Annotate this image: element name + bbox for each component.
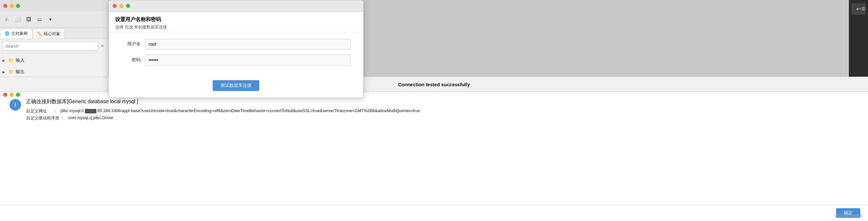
blurred-ip (85, 109, 96, 113)
toolbar-icon-1[interactable]: ⎌ (3, 15, 11, 24)
info-icon: i (9, 99, 21, 111)
tab-core-obj-label: 核心对象 (44, 31, 60, 37)
minimize-button[interactable] (9, 4, 14, 8)
toolbar-icon-3[interactable]: 🖼 (24, 15, 33, 24)
toolbar-icon-4[interactable]: 🗂 (35, 15, 44, 24)
tab-core-obj[interactable]: ✏️ 核心对象 (33, 28, 65, 39)
success-max-btn[interactable] (16, 92, 20, 97)
tab-main-tree-icon: 🌐 (5, 31, 9, 36)
success-footer: 确定 (0, 205, 868, 221)
left-toolbar: ⎌ ⬜ 🖼 🗂 ▾ (0, 11, 108, 27)
success-title: Connection tested successfully (398, 82, 470, 87)
dialog-subtitle: 选择 完成 来创建数据库连接 (115, 24, 357, 30)
jdbc-url-value: jdbc:mysql:// .65.186:3306/appt-base?use… (61, 108, 859, 113)
folder-icon-output: 📁 (8, 69, 14, 75)
success-body: i 正确连接到数据库[Generic database local mysql … (0, 92, 868, 205)
tree-item-input[interactable]: ▶ 📁 输入 (0, 55, 108, 66)
close-button[interactable] (3, 4, 7, 8)
success-close-btn[interactable] (3, 92, 7, 97)
tree-item-output[interactable]: ▶ 📁 输出 (0, 66, 108, 78)
search-input[interactable] (3, 42, 98, 51)
driver-label: 自定义驱动程序类 (26, 115, 59, 121)
dialog-title-bar (109, 0, 363, 12)
top-dialog: 设置用户名称和密码 选择 完成 来创建数据库连接 用户名 密码 测试数据库连接 (108, 0, 364, 98)
username-input[interactable] (145, 39, 350, 50)
search-bar: ✕ (0, 39, 108, 53)
dialog-title: 设置用户名称和密码 (115, 16, 357, 23)
driver-sep: : (62, 115, 66, 120)
left-panel-title-bar (0, 0, 108, 11)
right-toolbar: ↩ ≡ (849, 0, 868, 77)
driver-row: 自定义驱动程序类 : com.mysql.cj.jdbc.Driver (26, 115, 859, 121)
tree-arrow-output: ▶ (3, 70, 6, 74)
dialog-header: 设置用户名称和密码 选择 完成 来创建数据库连接 (109, 12, 363, 32)
tree-item-input-label: 输入 (16, 57, 25, 63)
password-label: 密码 (122, 57, 141, 63)
watermark: CSDN @你望明天 (835, 214, 863, 218)
username-label: 用户名 (122, 41, 141, 47)
driver-value: com.mysql.cj.jdbc.Driver (68, 115, 859, 120)
tab-main-tree[interactable]: 🌐 主对象树 (0, 28, 33, 39)
password-row: 密码 (122, 55, 350, 65)
success-content: i 正确连接到数据库[Generic database local mysql … (0, 92, 868, 221)
password-input[interactable] (145, 55, 350, 65)
dialog-close-button[interactable] (113, 4, 117, 8)
success-text-block: 正确连接到数据库[Generic database local mysql ] … (26, 99, 859, 121)
dialog-min-button[interactable] (119, 4, 123, 8)
dialog-actions: 测试数据库连接 (109, 77, 363, 98)
jdbc-url-label: 自定义网址 (26, 108, 52, 114)
menu-icon[interactable]: ≡ (861, 4, 865, 13)
tree-item-output-label: 输出 (16, 69, 25, 75)
toolbar-icon-2[interactable]: ⬜ (13, 15, 22, 24)
username-row: 用户名 (122, 39, 350, 50)
tab-core-obj-icon: ✏️ (37, 32, 42, 36)
tab-bar: 🌐 主对象树 ✏️ 核心对象 (0, 27, 108, 39)
jdbc-url-row: 自定义网址 : jdbc:mysql:// .65.186:3306/appt-… (26, 108, 859, 114)
search-clear-icon[interactable]: ✕ (99, 43, 105, 49)
tab-main-tree-label: 主对象树 (11, 31, 28, 36)
tree-arrow-input: ▶ (3, 59, 6, 62)
test-connection-button[interactable]: 测试数据库连接 (213, 80, 259, 91)
folder-icon-input: 📁 (8, 58, 14, 63)
success-min-btn[interactable] (9, 92, 14, 97)
toolbar-icon-5[interactable]: ▾ (46, 15, 55, 24)
success-main-text: 正确连接到数据库[Generic database local mysql ] (26, 99, 859, 105)
dialog-content: 用户名 密码 (109, 32, 363, 77)
jdbc-url-sep: : (54, 108, 58, 113)
maximize-button[interactable] (16, 4, 20, 8)
dialog-max-button[interactable] (126, 4, 130, 8)
